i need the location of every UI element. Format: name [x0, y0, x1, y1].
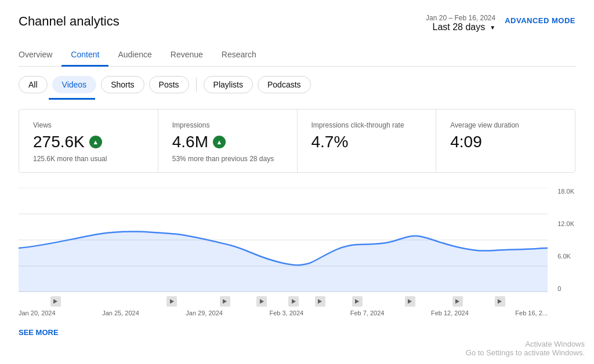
metric-views: Views 275.6K ▲ 125.6K more than usual — [19, 110, 158, 172]
video-icon-1[interactable] — [50, 296, 61, 307]
date-range-selector[interactable]: Jan 20 – Feb 16, 2024 Last 28 days ▼ — [426, 14, 495, 32]
video-icons-row — [19, 296, 548, 307]
metric-ctr-value: 4.7% — [312, 133, 349, 151]
chart-section: 18.0K 12.0K 6.0K 0 Jan 20, 2024 Jan 25, … — [19, 177, 575, 316]
date-range-value: Last 28 days ▼ — [433, 22, 496, 32]
chip-shorts[interactable]: Shorts — [101, 76, 144, 93]
metric-impressions: Impressions 4.6M ▲ 53% more than previou… — [158, 110, 298, 172]
metric-impressions-sub: 53% more than previous 28 days — [172, 155, 283, 163]
x-label-6: Feb 12, 2024 — [431, 310, 469, 316]
metric-avg-duration-label: Average view duration — [450, 121, 561, 129]
activate-windows-line2: Go to Settings to activate Windows. — [466, 348, 585, 357]
chevron-down-icon: ▼ — [490, 24, 495, 31]
x-label-2: Jan 25, 2024 — [102, 310, 139, 316]
tab-overview[interactable]: Overview — [19, 44, 61, 67]
metric-avg-duration: Average view duration 4:09 — [436, 110, 575, 172]
chip-posts[interactable]: Posts — [149, 76, 189, 93]
activate-windows-line1: Activate Windows — [466, 340, 585, 348]
metrics-section: Views 275.6K ▲ 125.6K more than usual Im… — [19, 109, 575, 173]
metric-ctr-value-row: 4.7% — [312, 133, 422, 151]
nav-tabs: Overview Content Audience Revenue Resear… — [19, 44, 575, 67]
metric-views-value: 275.6K — [33, 133, 85, 151]
chip-videos[interactable]: Videos — [52, 76, 97, 93]
video-icon-5[interactable] — [288, 296, 299, 307]
video-icon-2[interactable] — [166, 296, 177, 307]
chip-playlists[interactable]: Playlists — [204, 76, 253, 93]
video-icon-8[interactable] — [405, 296, 415, 307]
metric-views-label: Views — [33, 121, 144, 129]
x-axis-labels: Jan 20, 2024 Jan 25, 2024 Jan 29, 2024 F… — [19, 310, 548, 316]
y-label-6k: 6.0K — [557, 253, 574, 260]
advanced-mode-button[interactable]: ADVANCED MODE — [505, 14, 575, 25]
filter-chips: All Videos Shorts Posts Playlists Podcas… — [19, 76, 575, 93]
video-icon-3[interactable] — [220, 296, 230, 307]
metric-ctr-label: Impressions click-through rate — [312, 121, 422, 129]
metric-avg-duration-value: 4:09 — [450, 133, 482, 151]
page-title: Channel analytics — [19, 14, 119, 29]
tab-audience[interactable]: Audience — [108, 44, 161, 67]
activate-windows-notice: Activate Windows Go to Settings to activ… — [466, 340, 585, 357]
metric-views-sub: 125.6K more than usual — [33, 155, 144, 163]
chip-podcasts[interactable]: Podcasts — [258, 76, 311, 93]
tab-content[interactable]: Content — [61, 44, 108, 67]
metric-ctr: Impressions click-through rate 4.7% — [298, 110, 437, 172]
chart-wrapper: 18.0K 12.0K 6.0K 0 — [19, 188, 548, 292]
metric-impressions-value-row: 4.6M ▲ — [172, 133, 283, 151]
video-icon-7[interactable] — [352, 296, 363, 307]
date-range-label: Jan 20 – Feb 16, 2024 — [426, 14, 495, 22]
metric-impressions-value: 4.6M — [172, 133, 208, 151]
chip-all[interactable]: All — [19, 76, 48, 93]
metric-avg-duration-value-row: 4:09 — [450, 133, 561, 151]
tab-revenue[interactable]: Revenue — [161, 44, 212, 67]
x-label-3: Jan 29, 2024 — [186, 310, 223, 316]
video-icon-6[interactable] — [315, 296, 325, 307]
tab-research[interactable]: Research — [212, 44, 266, 67]
y-axis-labels: 18.0K 12.0K 6.0K 0 — [557, 188, 574, 292]
y-label-18k: 18.0K — [557, 188, 574, 195]
x-label-1: Jan 20, 2024 — [19, 310, 56, 316]
y-label-0: 0 — [557, 285, 574, 292]
video-icon-9[interactable] — [452, 296, 463, 307]
see-more-button[interactable]: SEE MORE — [19, 328, 59, 337]
x-label-7: Feb 16, 2... — [515, 310, 548, 316]
chip-separator — [196, 78, 197, 92]
y-label-12k: 12.0K — [557, 220, 574, 227]
bottom-row: SEE MORE — [19, 321, 575, 337]
x-label-5: Feb 7, 2024 — [350, 310, 385, 316]
chart-svg — [19, 188, 548, 292]
x-label-4: Feb 3, 2024 — [269, 310, 303, 316]
trend-up-icon: ▲ — [89, 136, 102, 148]
video-icon-4[interactable] — [256, 296, 267, 307]
trend-up-impressions-icon: ▲ — [213, 136, 226, 148]
metric-views-value-row: 275.6K ▲ — [33, 133, 144, 151]
video-icon-10[interactable] — [495, 296, 505, 307]
metric-impressions-label: Impressions — [172, 121, 283, 129]
